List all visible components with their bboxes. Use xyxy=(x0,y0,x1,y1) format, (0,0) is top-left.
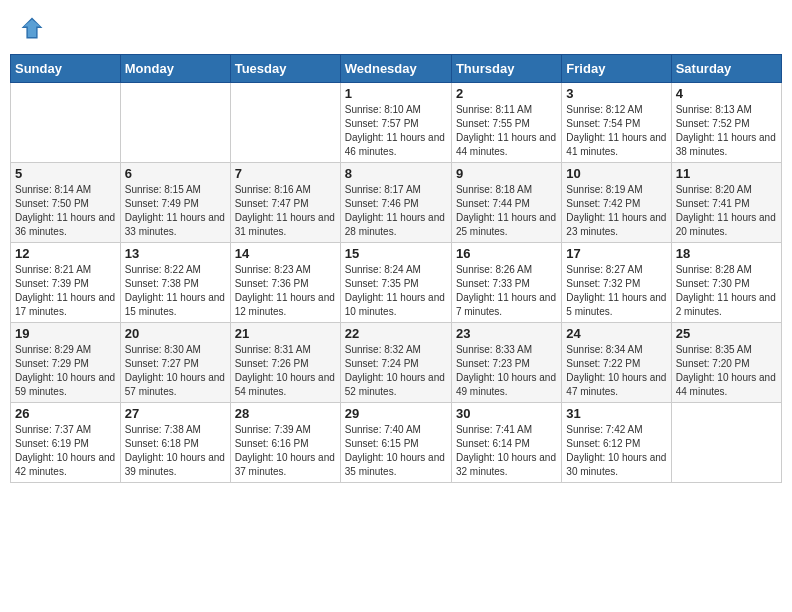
calendar-week-3: 12Sunrise: 8:21 AM Sunset: 7:39 PM Dayli… xyxy=(11,243,782,323)
calendar-cell: 1Sunrise: 8:10 AM Sunset: 7:57 PM Daylig… xyxy=(340,83,451,163)
calendar-week-2: 5Sunrise: 8:14 AM Sunset: 7:50 PM Daylig… xyxy=(11,163,782,243)
day-info: Sunrise: 8:32 AM Sunset: 7:24 PM Dayligh… xyxy=(345,343,447,399)
day-info: Sunrise: 8:22 AM Sunset: 7:38 PM Dayligh… xyxy=(125,263,226,319)
calendar-cell: 6Sunrise: 8:15 AM Sunset: 7:49 PM Daylig… xyxy=(120,163,230,243)
day-info: Sunrise: 8:10 AM Sunset: 7:57 PM Dayligh… xyxy=(345,103,447,159)
day-info: Sunrise: 8:28 AM Sunset: 7:30 PM Dayligh… xyxy=(676,263,777,319)
calendar-cell: 4Sunrise: 8:13 AM Sunset: 7:52 PM Daylig… xyxy=(671,83,781,163)
calendar-cell: 10Sunrise: 8:19 AM Sunset: 7:42 PM Dayli… xyxy=(562,163,671,243)
calendar-cell: 21Sunrise: 8:31 AM Sunset: 7:26 PM Dayli… xyxy=(230,323,340,403)
calendar-cell: 27Sunrise: 7:38 AM Sunset: 6:18 PM Dayli… xyxy=(120,403,230,483)
day-info: Sunrise: 8:23 AM Sunset: 7:36 PM Dayligh… xyxy=(235,263,336,319)
day-number: 5 xyxy=(15,166,116,181)
day-number: 24 xyxy=(566,326,666,341)
calendar-cell: 18Sunrise: 8:28 AM Sunset: 7:30 PM Dayli… xyxy=(671,243,781,323)
calendar-header-row: SundayMondayTuesdayWednesdayThursdayFrid… xyxy=(11,55,782,83)
day-number: 7 xyxy=(235,166,336,181)
day-info: Sunrise: 8:30 AM Sunset: 7:27 PM Dayligh… xyxy=(125,343,226,399)
page-header xyxy=(10,10,782,46)
calendar-cell: 13Sunrise: 8:22 AM Sunset: 7:38 PM Dayli… xyxy=(120,243,230,323)
calendar-cell: 3Sunrise: 8:12 AM Sunset: 7:54 PM Daylig… xyxy=(562,83,671,163)
calendar-week-5: 26Sunrise: 7:37 AM Sunset: 6:19 PM Dayli… xyxy=(11,403,782,483)
calendar-cell: 30Sunrise: 7:41 AM Sunset: 6:14 PM Dayli… xyxy=(451,403,561,483)
day-info: Sunrise: 7:40 AM Sunset: 6:15 PM Dayligh… xyxy=(345,423,447,479)
day-number: 17 xyxy=(566,246,666,261)
day-number: 30 xyxy=(456,406,557,421)
day-info: Sunrise: 8:29 AM Sunset: 7:29 PM Dayligh… xyxy=(15,343,116,399)
day-number: 21 xyxy=(235,326,336,341)
calendar-cell xyxy=(120,83,230,163)
calendar-cell: 5Sunrise: 8:14 AM Sunset: 7:50 PM Daylig… xyxy=(11,163,121,243)
day-info: Sunrise: 8:18 AM Sunset: 7:44 PM Dayligh… xyxy=(456,183,557,239)
day-number: 11 xyxy=(676,166,777,181)
day-info: Sunrise: 7:42 AM Sunset: 6:12 PM Dayligh… xyxy=(566,423,666,479)
day-info: Sunrise: 8:11 AM Sunset: 7:55 PM Dayligh… xyxy=(456,103,557,159)
day-number: 3 xyxy=(566,86,666,101)
day-info: Sunrise: 8:34 AM Sunset: 7:22 PM Dayligh… xyxy=(566,343,666,399)
calendar-cell: 24Sunrise: 8:34 AM Sunset: 7:22 PM Dayli… xyxy=(562,323,671,403)
day-info: Sunrise: 8:24 AM Sunset: 7:35 PM Dayligh… xyxy=(345,263,447,319)
day-number: 26 xyxy=(15,406,116,421)
calendar-cell: 7Sunrise: 8:16 AM Sunset: 7:47 PM Daylig… xyxy=(230,163,340,243)
calendar-cell: 23Sunrise: 8:33 AM Sunset: 7:23 PM Dayli… xyxy=(451,323,561,403)
column-header-sunday: Sunday xyxy=(11,55,121,83)
calendar-cell xyxy=(230,83,340,163)
calendar-cell: 19Sunrise: 8:29 AM Sunset: 7:29 PM Dayli… xyxy=(11,323,121,403)
day-info: Sunrise: 8:16 AM Sunset: 7:47 PM Dayligh… xyxy=(235,183,336,239)
day-info: Sunrise: 7:41 AM Sunset: 6:14 PM Dayligh… xyxy=(456,423,557,479)
column-header-thursday: Thursday xyxy=(451,55,561,83)
logo-icon xyxy=(18,14,46,42)
calendar-cell: 25Sunrise: 8:35 AM Sunset: 7:20 PM Dayli… xyxy=(671,323,781,403)
calendar-week-1: 1Sunrise: 8:10 AM Sunset: 7:57 PM Daylig… xyxy=(11,83,782,163)
day-number: 31 xyxy=(566,406,666,421)
day-info: Sunrise: 8:17 AM Sunset: 7:46 PM Dayligh… xyxy=(345,183,447,239)
day-number: 4 xyxy=(676,86,777,101)
calendar-cell: 28Sunrise: 7:39 AM Sunset: 6:16 PM Dayli… xyxy=(230,403,340,483)
day-number: 22 xyxy=(345,326,447,341)
day-number: 6 xyxy=(125,166,226,181)
day-number: 25 xyxy=(676,326,777,341)
column-header-saturday: Saturday xyxy=(671,55,781,83)
day-info: Sunrise: 8:26 AM Sunset: 7:33 PM Dayligh… xyxy=(456,263,557,319)
calendar-cell: 15Sunrise: 8:24 AM Sunset: 7:35 PM Dayli… xyxy=(340,243,451,323)
day-info: Sunrise: 8:21 AM Sunset: 7:39 PM Dayligh… xyxy=(15,263,116,319)
day-info: Sunrise: 8:13 AM Sunset: 7:52 PM Dayligh… xyxy=(676,103,777,159)
day-info: Sunrise: 8:33 AM Sunset: 7:23 PM Dayligh… xyxy=(456,343,557,399)
day-number: 19 xyxy=(15,326,116,341)
day-number: 16 xyxy=(456,246,557,261)
day-number: 13 xyxy=(125,246,226,261)
calendar-cell: 17Sunrise: 8:27 AM Sunset: 7:32 PM Dayli… xyxy=(562,243,671,323)
calendar-cell: 14Sunrise: 8:23 AM Sunset: 7:36 PM Dayli… xyxy=(230,243,340,323)
calendar-cell xyxy=(11,83,121,163)
day-info: Sunrise: 7:37 AM Sunset: 6:19 PM Dayligh… xyxy=(15,423,116,479)
calendar-cell: 12Sunrise: 8:21 AM Sunset: 7:39 PM Dayli… xyxy=(11,243,121,323)
column-header-friday: Friday xyxy=(562,55,671,83)
day-number: 15 xyxy=(345,246,447,261)
day-number: 8 xyxy=(345,166,447,181)
day-number: 27 xyxy=(125,406,226,421)
day-info: Sunrise: 8:27 AM Sunset: 7:32 PM Dayligh… xyxy=(566,263,666,319)
day-number: 2 xyxy=(456,86,557,101)
calendar-cell: 31Sunrise: 7:42 AM Sunset: 6:12 PM Dayli… xyxy=(562,403,671,483)
day-number: 12 xyxy=(15,246,116,261)
day-info: Sunrise: 8:31 AM Sunset: 7:26 PM Dayligh… xyxy=(235,343,336,399)
svg-marker-1 xyxy=(24,20,41,37)
calendar-week-4: 19Sunrise: 8:29 AM Sunset: 7:29 PM Dayli… xyxy=(11,323,782,403)
calendar-cell: 9Sunrise: 8:18 AM Sunset: 7:44 PM Daylig… xyxy=(451,163,561,243)
day-info: Sunrise: 8:20 AM Sunset: 7:41 PM Dayligh… xyxy=(676,183,777,239)
day-number: 20 xyxy=(125,326,226,341)
column-header-wednesday: Wednesday xyxy=(340,55,451,83)
calendar-cell xyxy=(671,403,781,483)
calendar-cell: 11Sunrise: 8:20 AM Sunset: 7:41 PM Dayli… xyxy=(671,163,781,243)
day-info: Sunrise: 8:15 AM Sunset: 7:49 PM Dayligh… xyxy=(125,183,226,239)
day-info: Sunrise: 8:14 AM Sunset: 7:50 PM Dayligh… xyxy=(15,183,116,239)
calendar-table: SundayMondayTuesdayWednesdayThursdayFrid… xyxy=(10,54,782,483)
calendar-cell: 22Sunrise: 8:32 AM Sunset: 7:24 PM Dayli… xyxy=(340,323,451,403)
day-info: Sunrise: 8:19 AM Sunset: 7:42 PM Dayligh… xyxy=(566,183,666,239)
calendar-cell: 2Sunrise: 8:11 AM Sunset: 7:55 PM Daylig… xyxy=(451,83,561,163)
calendar-cell: 26Sunrise: 7:37 AM Sunset: 6:19 PM Dayli… xyxy=(11,403,121,483)
day-number: 10 xyxy=(566,166,666,181)
day-info: Sunrise: 7:39 AM Sunset: 6:16 PM Dayligh… xyxy=(235,423,336,479)
column-header-tuesday: Tuesday xyxy=(230,55,340,83)
day-number: 1 xyxy=(345,86,447,101)
